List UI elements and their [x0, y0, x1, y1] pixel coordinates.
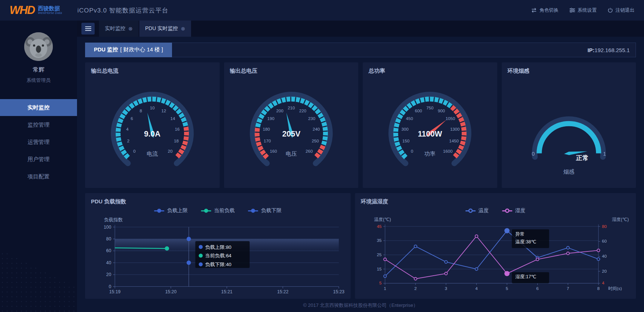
svg-text:16: 16	[175, 127, 180, 131]
svg-text:15:21: 15:21	[221, 289, 233, 294]
svg-text:20: 20	[106, 272, 111, 277]
legend-load-upper[interactable]: 负载上限	[154, 207, 188, 214]
svg-text:1050: 1050	[446, 116, 455, 121]
legend-load-lower[interactable]: 负载下限	[248, 207, 282, 214]
sidebar-item-realtime-monitor[interactable]: 实时监控	[0, 99, 77, 116]
svg-text:170: 170	[263, 138, 271, 143]
svg-text:0: 0	[531, 151, 534, 157]
svg-text:6: 6	[131, 116, 133, 121]
legend-load-current[interactable]: 当前负载	[201, 207, 235, 214]
svg-text:8: 8	[140, 108, 142, 113]
tab-close-icon[interactable]: ⊗	[181, 26, 185, 31]
legend-humidity[interactable]: 湿度	[502, 207, 526, 214]
pdu-location-badge: PDU 监控 [ 财政中心 14 楼 ]	[85, 43, 172, 57]
app-title: iCOPv3.0 智能数据运营云平台	[77, 6, 168, 15]
sidebar-item-project-config[interactable]: 项目配置	[0, 168, 77, 185]
card-title: 环境烟感	[508, 68, 630, 75]
legend-label: 负载下限	[261, 207, 282, 214]
pdu-title-bar: PDU 监控 [ 财政中心 14 楼 ] IP:192.168.255.1	[85, 43, 636, 57]
svg-text:18: 18	[174, 138, 179, 143]
svg-text:60: 60	[106, 248, 111, 253]
svg-text:20: 20	[602, 269, 607, 273]
svg-text:3: 3	[444, 286, 447, 291]
svg-text:2: 2	[127, 138, 129, 143]
gauge-row: 输出总电流 024681012141618209.0A电流 输出总电压 1601…	[85, 62, 636, 188]
current-gauge: 024681012141618209.0A电流	[91, 77, 214, 183]
svg-text:15:23: 15:23	[333, 289, 344, 294]
svg-text:15:19: 15:19	[109, 289, 121, 294]
svg-text:负载上限:80: 负载上限:80	[205, 244, 231, 250]
svg-text:1: 1	[603, 151, 606, 157]
tab-close-icon[interactable]: ⊗	[128, 26, 133, 31]
temp-humidity-chart[interactable]: 51525354542040608012345678温度(℃)湿度(℃)时间(s…	[361, 214, 630, 294]
tab-realtime-monitor[interactable]: 实时监控 ⊗	[99, 21, 139, 37]
role-switch-button[interactable]: 角色切换	[531, 7, 559, 14]
sidebar-item-monitor-mgmt[interactable]: 监控管理	[0, 116, 77, 133]
svg-text:9.0A: 9.0A	[144, 130, 161, 138]
svg-text:300: 300	[401, 127, 409, 131]
svg-text:4: 4	[126, 127, 129, 131]
svg-text:0: 0	[411, 149, 413, 153]
svg-text:220: 220	[299, 108, 306, 113]
svg-text:14: 14	[171, 116, 175, 121]
card-output-current: 输出总电流 024681012141618209.0A电流	[85, 62, 220, 188]
svg-text:250: 250	[312, 138, 319, 143]
sidebar-item-user-mgmt[interactable]: 用户管理	[0, 151, 77, 168]
temphum-chart-legend: 温度 湿度	[361, 207, 630, 214]
svg-text:40: 40	[106, 260, 111, 265]
svg-text:80: 80	[106, 236, 111, 242]
voltage-gauge: 160170180190200210220230240250260205V电压	[230, 77, 353, 183]
svg-text:当前负载:64: 当前负载:64	[205, 253, 231, 258]
svg-text:5: 5	[379, 280, 382, 285]
svg-text:205V: 205V	[282, 130, 300, 138]
sidebar-menu: 实时监控 监控管理 运营管理 用户管理 项目配置	[0, 99, 77, 185]
power-icon	[608, 8, 613, 13]
svg-text:40: 40	[602, 254, 607, 258]
svg-text:异常: 异常	[515, 231, 524, 237]
svg-text:1300: 1300	[450, 127, 460, 131]
svg-text:45: 45	[377, 224, 382, 229]
role-switch-label: 角色切换	[539, 7, 559, 14]
ip-value: 192.168.255.1	[594, 47, 630, 53]
sidebar-item-operation-mgmt[interactable]: 运营管理	[0, 134, 77, 150]
legend-label: 当前负载	[214, 207, 235, 214]
power-gauge: 015030045060075090010501300145016001100W…	[369, 77, 491, 183]
svg-text:600: 600	[415, 108, 422, 113]
svg-text:负载下限:40: 负载下限:40	[205, 262, 231, 267]
badge-location: [ 财政中心 14 楼 ]	[120, 46, 163, 53]
ip-label: IP:	[588, 47, 594, 53]
avatar[interactable]	[24, 32, 53, 61]
svg-text:6: 6	[536, 286, 539, 291]
card-title: 输出总电流	[91, 68, 214, 75]
legend-marker	[248, 210, 258, 211]
svg-text:温度:38℃: 温度:38℃	[515, 239, 536, 244]
svg-text:2: 2	[414, 286, 417, 291]
system-settings-button[interactable]: 系统设置	[570, 7, 597, 14]
svg-text:230: 230	[308, 116, 315, 121]
device-ip: IP:192.168.255.1	[588, 47, 636, 53]
tab-bar: 实时监控 ⊗ PDU 实时监控 ⊗	[77, 21, 644, 37]
card-smoke-sensor: 环境烟感 01正常烟感	[502, 62, 636, 188]
legend-marker	[502, 210, 512, 211]
svg-text:电压: 电压	[286, 150, 297, 157]
svg-text:1450: 1450	[449, 138, 459, 143]
svg-text:12: 12	[161, 108, 166, 113]
tab-pdu-realtime-monitor[interactable]: PDU 实时监控 ⊗	[139, 21, 191, 37]
logout-button[interactable]: 注销退出	[608, 7, 634, 14]
svg-text:0: 0	[109, 284, 111, 289]
load-index-chart[interactable]: 02040608010015:1915:2015:2115:2215:23负载指…	[91, 214, 345, 297]
svg-text:烟感: 烟感	[563, 168, 574, 175]
svg-text:4: 4	[602, 280, 604, 285]
svg-text:功率: 功率	[424, 150, 435, 157]
svg-text:电流: 电流	[147, 150, 158, 157]
hamburger-menu-button[interactable]	[81, 23, 95, 35]
svg-text:450: 450	[406, 116, 413, 121]
svg-text:60: 60	[602, 239, 607, 243]
legend-temperature[interactable]: 温度	[465, 207, 489, 214]
card-load-index: PDU 负载指数 负载上限 当前负载 负载下限	[85, 193, 351, 299]
user-role: 系统管理员	[0, 77, 77, 84]
svg-text:10: 10	[150, 105, 155, 110]
svg-text:160: 160	[270, 149, 277, 153]
svg-text:4: 4	[475, 286, 478, 291]
badge-title: PDU 监控	[94, 46, 118, 53]
